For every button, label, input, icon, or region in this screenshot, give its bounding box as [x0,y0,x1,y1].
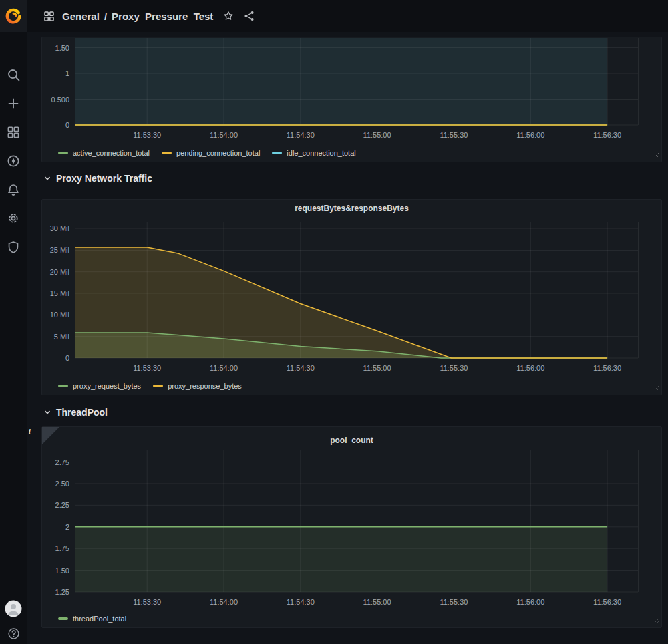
y-axis-tick-label: 0 [65,121,69,129]
compass-icon [7,154,20,168]
star-icon [223,11,234,21]
x-axis-tick-label: 11:55:00 [363,131,391,139]
help-button[interactable] [5,625,21,641]
user-avatar [5,600,22,617]
legend-swatch [58,617,68,620]
panel-resize-handle[interactable] [654,381,660,393]
panel-pool-count: i pool_count 1.251.501.7522.252.502.7511… [41,426,662,628]
section-title: ThreadPool [56,407,108,418]
y-axis-tick-label: 5 Mil [54,333,69,341]
legend-item[interactable]: active_connection_total [58,149,150,157]
y-axis-tick-label: 1.75 [55,544,69,552]
legend-swatch [272,152,282,154]
y-axis-tick-label: 2.50 [55,480,69,488]
help-question-icon [7,627,20,640]
panel-title[interactable]: pool_count [42,436,661,445]
panel-title[interactable]: requestBytes&responseBytes [42,204,661,213]
legend-label: pending_connection_total [176,149,260,157]
dashboards-grid-icon [7,126,20,139]
x-axis-tick-label: 11:54:00 [210,364,238,372]
breadcrumb-folder[interactable]: General [62,11,100,22]
legend: active_connection_totalpending_connectio… [58,149,356,157]
info-icon: i [29,428,31,435]
x-axis-tick-label: 11:54:00 [210,131,238,139]
bell-icon [7,183,20,196]
sidebar [0,32,27,644]
sidebar-item-create[interactable] [5,96,21,112]
x-axis-tick-label: 11:56:00 [516,364,544,372]
shield-icon [7,240,20,254]
chart-area-bytes[interactable]: 05 Mil10 Mil15 Mil20 Mil25 Mil30 Mil11:5… [75,222,639,358]
panel-request-response-bytes: requestBytes&responseBytes 05 Mil10 Mil1… [41,199,662,395]
breadcrumb-dashboard-name[interactable]: Proxy_Pressure_Test [112,11,213,22]
favorite-star-button[interactable] [223,11,234,21]
legend-item[interactable]: pending_connection_total [162,149,260,157]
legend-label: idle_connection_total [287,149,355,157]
y-axis-tick-label: 0.500 [51,96,69,104]
y-axis-tick-label: 1.25 [55,588,69,596]
search-icon [7,68,21,82]
x-axis-tick-label: 11:56:30 [593,364,621,372]
y-axis-tick-label: 1.50 [55,44,69,52]
plus-icon [7,97,20,110]
legend-item[interactable]: proxy_request_bytes [58,382,141,390]
x-axis-tick-label: 11:53:30 [133,598,161,606]
sidebar-item-search[interactable] [5,67,21,83]
grafana-logo-button[interactable] [0,0,27,32]
x-axis-tick-label: 11:55:30 [440,364,468,372]
dashboards-grid-icon[interactable] [43,11,55,22]
panel-connections: 00.50011.5011:53:3011:54:0011:54:3011:55… [41,37,662,162]
gear-icon [7,212,20,225]
x-axis-tick-label: 11:55:00 [363,364,391,372]
user-profile-button[interactable] [5,600,22,617]
legend-label: proxy_request_bytes [73,382,141,390]
chart-canvas[interactable] [75,222,638,359]
chevron-down-icon [44,409,51,416]
share-icon [244,11,255,21]
share-button[interactable] [244,11,255,21]
chart-canvas[interactable] [75,38,638,126]
legend: threadPool_total [58,615,126,623]
x-axis-tick-label: 11:53:30 [133,364,161,372]
legend-item[interactable]: proxy_response_bytes [153,382,242,390]
section-header-proxy-network-traffic[interactable]: Proxy Network Traffic [44,173,152,184]
x-axis-tick-label: 11:54:30 [287,131,315,139]
dashboard-canvas: 00.50011.5011:53:3011:54:0011:54:3011:55… [27,32,668,644]
legend-label: threadPool_total [73,615,126,623]
y-axis-tick-label: 0 [65,354,69,362]
legend-swatch [153,385,163,387]
section-header-threadpool[interactable]: ThreadPool [44,407,108,418]
section-title: Proxy Network Traffic [56,173,152,184]
x-axis-tick-label: 11:54:30 [287,364,315,372]
sidebar-item-server-admin[interactable] [5,239,21,255]
chart-area-connections[interactable]: 00.50011.5011:53:3011:54:0011:54:3011:55… [75,38,639,125]
panel-resize-handle[interactable] [654,614,660,626]
legend-swatch [58,385,68,387]
y-axis-tick-label: 25 Mil [50,246,69,254]
y-axis-tick-label: 1 [65,69,69,77]
sidebar-item-dashboards[interactable] [5,124,21,140]
x-axis-tick-label: 11:53:30 [133,131,161,139]
y-axis-tick-label: 15 Mil [50,289,69,297]
y-axis-tick-label: 2.75 [55,458,69,466]
legend-item[interactable]: threadPool_total [58,615,126,623]
y-axis-tick-label: 10 Mil [50,311,69,319]
legend-swatch [58,152,68,154]
chart-canvas[interactable] [75,450,638,593]
legend-item[interactable]: idle_connection_total [272,149,355,157]
sidebar-item-configuration[interactable] [5,210,21,226]
x-axis-tick-label: 11:56:00 [516,131,544,139]
sidebar-item-explore[interactable] [5,153,21,169]
sidebar-item-alerting[interactable] [5,182,21,198]
legend-swatch [162,152,172,154]
top-nav: General / Proxy_Pressure_Test [0,0,668,32]
chart-area-pool[interactable]: 1.251.501.7522.252.502.7511:53:3011:54:0… [75,450,639,592]
y-axis-tick-label: 20 Mil [50,268,69,276]
y-axis-tick-label: 2 [65,523,69,531]
grafana-logo-icon [5,7,22,25]
x-axis-tick-label: 11:55:30 [440,598,468,606]
x-axis-tick-label: 11:55:30 [440,131,468,139]
panel-resize-handle[interactable] [654,148,660,160]
x-axis-tick-label: 11:56:30 [593,131,621,139]
breadcrumb-separator: / [104,11,107,22]
